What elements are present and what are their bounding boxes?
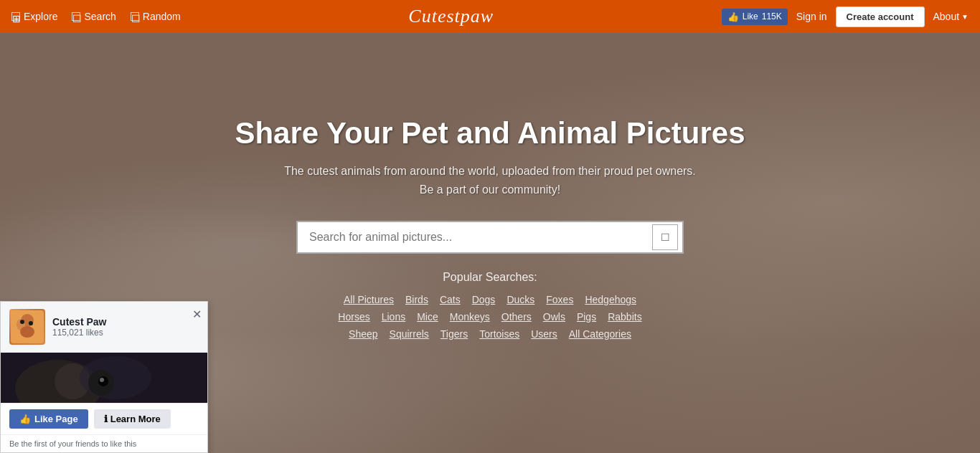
navbar-left: ⊞ Explore ☐ Search ☐ Random [11, 11, 181, 22]
fb-popup-actions: 👍 Like Page ℹ Learn More [1, 403, 207, 434]
explore-nav-item[interactable]: ⊞ Explore [11, 11, 57, 22]
popular-link[interactable]: Rabbits [602, 310, 647, 324]
fb-like-label: Like [743, 11, 758, 22]
about-dropdown-arrow: ▼ [961, 13, 969, 21]
popular-link[interactable]: Owls [537, 310, 571, 324]
navbar-right: 👍 Like 115K Sign in Create account About… [722, 6, 969, 27]
popular-link[interactable]: Sheep [343, 327, 383, 341]
svg-point-12 [100, 378, 104, 382]
fb-like-button[interactable]: 👍 Like 115K [722, 9, 788, 25]
navbar-center: Cutestpaw [181, 6, 722, 27]
popular-link[interactable]: All Categories [563, 327, 637, 341]
popular-link[interactable]: All Pictures [338, 292, 400, 307]
random-nav-item[interactable]: ☐ Random [131, 11, 181, 22]
fb-page-likes: 115,021 likes [52, 328, 199, 338]
popular-link[interactable]: Dogs [466, 292, 501, 307]
fb-popup-footer: Be the first of your friends to like thi… [1, 434, 207, 452]
popular-link[interactable]: Monkeys [444, 310, 496, 324]
hero-subtitle-line1: The cutest animals from around the world… [284, 165, 696, 177]
fb-popup: Cutest Paw 115,021 likes ✕ 👍 Like Page ℹ… [0, 301, 208, 453]
popular-link[interactable]: Foxes [540, 292, 579, 307]
signin-link[interactable]: Sign in [796, 11, 827, 22]
about-button[interactable]: About ▼ [933, 11, 969, 22]
search-nav-icon: ☐ [72, 12, 80, 21]
fb-like-page-label: Like Page [34, 414, 78, 424]
popular-links: All PicturesBirdsCatsDogsDucksFoxesHedge… [275, 292, 705, 341]
fb-info-icon: ℹ [104, 414, 108, 424]
search-nav-label: Search [84, 11, 116, 22]
popular-link[interactable]: Squirrels [384, 327, 435, 341]
popular-link[interactable]: Tigers [435, 327, 473, 341]
popular-link[interactable]: Others [496, 310, 537, 324]
popular-link[interactable]: Horses [332, 310, 375, 324]
fb-like-page-icon: 👍 [19, 414, 31, 424]
fb-avatar [9, 309, 45, 345]
hero-subtitle: The cutest animals from around the world… [284, 162, 696, 199]
popular-link[interactable]: Lions [376, 310, 411, 324]
fb-like-count: 115K [762, 11, 782, 22]
hero-title: Share Your Pet and Animal Pictures [235, 116, 745, 151]
fb-page-name: Cutest Paw [52, 316, 199, 328]
random-label: Random [143, 11, 181, 22]
site-logo[interactable]: Cutestpaw [408, 6, 494, 27]
fb-thumbs-icon: 👍 [727, 11, 739, 22]
about-label: About [933, 11, 960, 22]
fb-learn-more-label: Learn More [110, 414, 161, 424]
fb-like-page-button[interactable]: 👍 Like Page [9, 409, 88, 429]
popular-link[interactable]: Birds [400, 292, 434, 307]
popular-link[interactable]: Hedgehogs [579, 292, 642, 307]
svg-point-5 [20, 326, 34, 338]
random-icon: ☐ [131, 12, 139, 21]
popular-title: Popular Searches: [275, 271, 705, 284]
fb-popup-preview [1, 353, 207, 403]
popular-link[interactable]: Ducks [501, 292, 540, 307]
svg-point-3 [20, 320, 24, 324]
create-account-button[interactable]: Create account [836, 6, 925, 27]
search-box: ☐ [296, 221, 684, 254]
search-submit-button[interactable]: ☐ [652, 224, 678, 250]
fb-preview-image [1, 353, 207, 403]
fb-page-info: Cutest Paw 115,021 likes [52, 316, 199, 338]
fb-popup-header: Cutest Paw 115,021 likes ✕ [1, 302, 207, 353]
fb-learn-more-button[interactable]: ℹ Learn More [94, 409, 171, 429]
popular-link[interactable]: Pigs [571, 310, 602, 324]
svg-point-4 [29, 321, 33, 325]
search-input[interactable] [298, 222, 652, 252]
popular-link[interactable]: Tortoises [473, 327, 525, 341]
search-nav-item[interactable]: ☐ Search [72, 11, 116, 22]
hero-subtitle-line2: Be a part of our community! [420, 183, 561, 196]
popular-link[interactable]: Users [525, 327, 563, 341]
popular-link[interactable]: Cats [434, 292, 466, 307]
popular-section: Popular Searches: All PicturesBirdsCatsD… [275, 271, 705, 341]
explore-icon: ⊞ [11, 12, 20, 21]
explore-label: Explore [24, 11, 57, 22]
fb-close-button[interactable]: ✕ [192, 307, 202, 321]
popular-link[interactable]: Mice [411, 310, 444, 324]
navbar: ⊞ Explore ☐ Search ☐ Random Cutestpaw 👍 … [0, 0, 980, 33]
